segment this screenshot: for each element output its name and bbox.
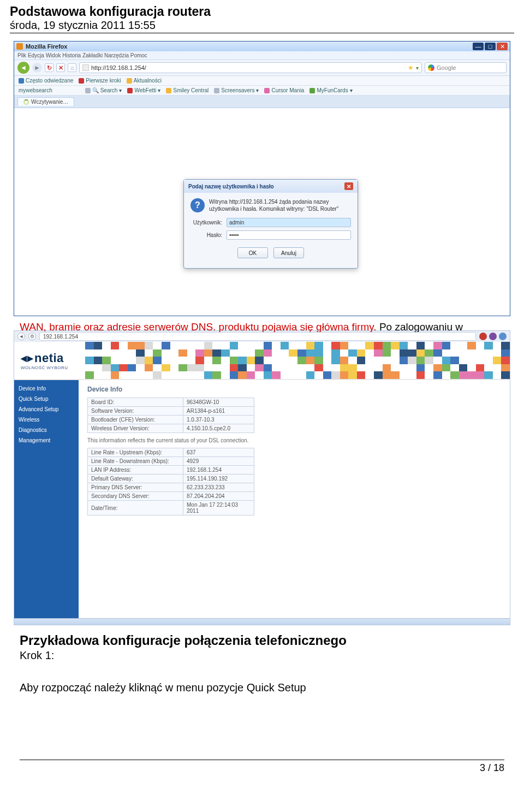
loading-spinner-icon — [23, 99, 29, 105]
mini-tool-icon[interactable]: ⚙ — [28, 333, 36, 340]
mini-back-icon[interactable]: ◄ — [17, 333, 25, 340]
sidebar-item-advanced-setup[interactable]: Advanced Setup — [14, 404, 79, 414]
cell-value: 637 — [183, 448, 254, 457]
cell-key: Board ID: — [88, 398, 183, 407]
mywebsearch-toolbar: mywebsearch 🔍 Search ▾ WebFetti ▾ Smiley… — [14, 86, 510, 96]
url-dropdown-icon[interactable]: ▾ — [416, 65, 419, 71]
toolbar-item[interactable]: Cursor Mania — [264, 87, 304, 93]
cell-value: 195.114.190.192 — [183, 475, 254, 483]
toolbar-brand[interactable]: mywebsearch — [19, 87, 52, 93]
table-row: Wireless Driver Version:4.150.10.5.cpe2.… — [88, 424, 254, 433]
page-footer: 3 / 18 — [20, 760, 504, 774]
auth-close-button[interactable]: ✕ — [344, 182, 353, 190]
firefox-menubar[interactable]: Plik Edycja Widok Historia Zakładki Narz… — [14, 51, 510, 60]
cell-key: Bootloader (CFE) Version: — [88, 416, 183, 424]
router-sidebar: Device Info Quick Setup Advanced Setup W… — [14, 380, 79, 618]
netia-logo: netia — [21, 351, 68, 365]
cell-key: Line Rate - Downstream (Kbps): — [88, 457, 183, 466]
cell-value: 192.168.1.254 — [183, 466, 254, 475]
toolbar-blue-icon[interactable] — [499, 333, 507, 340]
browser-mini-toolbar: ◄ ⚙ 192.168.1.254 — [14, 331, 510, 342]
sidebar-item-wireless[interactable]: Wireless — [14, 414, 79, 425]
sidebar-item-device-info[interactable]: Device Info — [14, 383, 79, 394]
bookmark-item[interactable]: Pierwsze kroki — [79, 78, 121, 84]
step-label: Krok 1: — [20, 649, 504, 662]
tab-label: Wczytywanie… — [31, 99, 68, 105]
toolbar-item[interactable]: MyFunCards ▾ — [309, 87, 352, 93]
table-row: Date/Time:Mon Jan 17 22:14:03 2011 — [88, 501, 254, 515]
doc-title: Podstawowa konfiguracja routera — [10, 4, 514, 19]
router-header: netia WOLNOŚĆ WYBORU — [14, 342, 510, 380]
section-title: Device Info — [87, 386, 501, 393]
cell-value: 62.233.233.233 — [183, 483, 254, 492]
auth-cancel-button[interactable]: Anuluj — [273, 247, 304, 258]
cell-value: AR1384-p-s161 — [183, 407, 254, 416]
table-row: Board ID:96348GW-10 — [88, 398, 254, 407]
auth-password-input[interactable]: ••••• — [227, 230, 351, 240]
search-placeholder: Google — [437, 64, 456, 71]
firefox-titlebar: Mozilla Firefox — □ ✕ — [14, 42, 510, 51]
maximize-button[interactable]: □ — [485, 43, 496, 50]
auth-message: Witryna http://192.168.1.254 żąda podani… — [209, 198, 351, 212]
auth-pass-label: Hasło: — [190, 232, 222, 238]
page-favicon — [82, 64, 89, 71]
router-admin-screenshot: ◄ ⚙ 192.168.1.254 netia WOLNOŚĆ WYBORU D… — [14, 330, 510, 625]
bookmark-star-icon[interactable]: ★ — [408, 64, 414, 72]
page-number: 3 / 18 — [480, 762, 504, 774]
cell-value: 96348GW-10 — [183, 398, 254, 407]
firefox-window: Mozilla Firefox — □ ✕ Plik Edycja Widok … — [14, 41, 510, 316]
toolbar-item[interactable]: Smiley Central — [166, 87, 209, 93]
stop-button[interactable]: ✕ — [56, 63, 65, 72]
cell-key: LAN IP Address: — [88, 466, 183, 475]
sidebar-item-diagnostics[interactable]: Diagnostics — [14, 425, 79, 435]
bookmark-item[interactable]: Często odwiedzane — [19, 78, 73, 84]
bookmarks-toolbar: Często odwiedzane Pierwsze kroki Aktualn… — [14, 76, 510, 86]
table-row: Default Gateway:195.114.190.192 — [88, 475, 254, 483]
table-row: Bootloader (CFE) Version:1.0.37-10.3 — [88, 416, 254, 424]
cell-value: 87.204.204.204 — [183, 492, 254, 501]
bookmark-item[interactable]: Aktualności — [127, 78, 162, 84]
browser-tab[interactable]: Wczytywanie… — [17, 97, 74, 106]
auth-username-input[interactable]: admin — [227, 218, 351, 227]
url-bar[interactable]: http://192.168.1.254/ ★ ▾ — [79, 62, 422, 73]
cell-key: Secondary DNS Server: — [88, 492, 183, 501]
cell-value: 1.0.37-10.3 — [183, 416, 254, 424]
page-content-area: Podaj nazwę użytkownika i hasło ✕ ? Witr… — [14, 108, 510, 316]
dsl-status-table: Line Rate - Upstream (Kbps):637Line Rate… — [87, 448, 254, 515]
header-mosaic-graphic — [85, 342, 510, 379]
table-row: Line Rate - Upstream (Kbps):637 — [88, 448, 254, 457]
toolbar-purple-icon[interactable] — [489, 333, 497, 340]
table-row: LAN IP Address:192.168.1.254 — [88, 466, 254, 475]
google-icon — [428, 64, 434, 71]
doc-header: Podstawowa konfiguracja routera środa, 1… — [10, 4, 514, 33]
section-heading: Przykładowa konfiguracje połączenia tele… — [20, 633, 504, 648]
body-paragraph: Aby rozpocząć należy kliknąć w menu pozy… — [20, 681, 504, 694]
cell-key: Software Version: — [88, 407, 183, 416]
back-button[interactable]: ◄ — [17, 62, 29, 74]
home-button[interactable]: ⌂ — [68, 63, 76, 72]
table-row: Line Rate - Downstream (Kbps):4929 — [88, 457, 254, 466]
router-main: Device Info Board ID:96348GW-10Software … — [79, 380, 510, 618]
mini-address-bar[interactable]: 192.168.1.254 — [39, 332, 476, 341]
sidebar-item-quick-setup[interactable]: Quick Setup — [14, 394, 79, 404]
reload-button[interactable]: ↻ — [45, 63, 53, 72]
toolbar-item[interactable]: WebFetti ▾ — [127, 87, 160, 93]
cell-key: Line Rate - Upstream (Kbps): — [88, 448, 183, 457]
toolbar-item[interactable]: 🔍 Search ▾ — [85, 87, 122, 93]
auth-ok-button[interactable]: OK — [237, 247, 268, 258]
table-row: Software Version:AR1384-p-s161 — [88, 407, 254, 416]
close-button[interactable]: ✕ — [497, 43, 508, 50]
forward-button[interactable]: ► — [32, 63, 42, 73]
sidebar-item-management[interactable]: Management — [14, 435, 79, 446]
doc-date: środa, 19 stycznia 2011 15:55 — [10, 19, 514, 32]
tab-strip: Wczytywanie… — [14, 96, 510, 108]
cell-value: 4.150.10.5.cpe2.0 — [183, 424, 254, 433]
toolbar-red-icon[interactable] — [479, 333, 487, 340]
question-icon: ? — [190, 198, 205, 212]
search-box[interactable]: Google — [425, 62, 507, 73]
auth-user-label: Użytkownik: — [190, 220, 222, 226]
toolbar-item[interactable]: Screensavers ▾ — [214, 87, 259, 93]
cell-key: Primary DNS Server: — [88, 483, 183, 492]
router-statusbar — [14, 618, 510, 625]
minimize-button[interactable]: — — [473, 43, 484, 50]
